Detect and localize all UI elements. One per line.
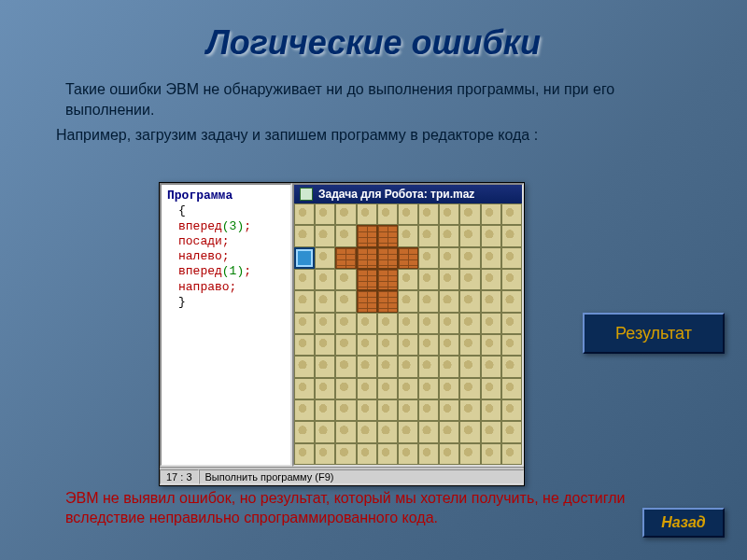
grid-cell bbox=[439, 356, 459, 377]
grid-cell bbox=[501, 313, 522, 334]
code-editor[interactable]: Программа { вперед(3); посади; налево; в… bbox=[160, 183, 292, 467]
grid-cell bbox=[481, 313, 501, 334]
grid-cell bbox=[501, 290, 522, 312]
grid-cell bbox=[418, 269, 439, 290]
grid-cell bbox=[418, 334, 439, 356]
grid-cell bbox=[357, 203, 377, 225]
grid-cell bbox=[315, 399, 335, 421]
grid-cell bbox=[357, 443, 377, 465]
grid-cell bbox=[459, 334, 480, 356]
grid-cell bbox=[439, 225, 459, 246]
grid-cell bbox=[357, 247, 377, 269]
grid-cell bbox=[459, 290, 480, 312]
footer-text: ЭВМ не выявил ошибок, но результат, кото… bbox=[65, 489, 635, 528]
page-title: Логические ошибки bbox=[0, 0, 747, 72]
grid-cell bbox=[418, 203, 439, 225]
grid-cell bbox=[459, 313, 480, 334]
grid-cell bbox=[459, 356, 480, 377]
grid-cell bbox=[418, 443, 439, 465]
grid-cell bbox=[377, 443, 398, 465]
grid-cell bbox=[481, 247, 501, 269]
grid-cell bbox=[315, 290, 335, 312]
result-button[interactable]: Результат bbox=[583, 313, 725, 354]
grid-cell bbox=[418, 247, 439, 269]
grid-cell bbox=[418, 421, 439, 442]
grid-cell bbox=[439, 203, 459, 225]
grid-cell bbox=[418, 290, 439, 312]
grid-cell bbox=[294, 269, 315, 290]
grid-cell bbox=[439, 443, 459, 465]
grid-cell bbox=[335, 313, 356, 334]
grid-cell bbox=[398, 313, 418, 334]
grid-cell bbox=[377, 313, 398, 334]
grid-cell bbox=[377, 399, 398, 421]
semi-4: ; bbox=[244, 264, 251, 278]
brace-close: } bbox=[178, 295, 186, 309]
grid-cell bbox=[439, 334, 459, 356]
grid-cell bbox=[459, 399, 480, 421]
grid-cell bbox=[398, 378, 418, 399]
brace-open: { bbox=[178, 203, 186, 217]
robot-grid bbox=[294, 203, 522, 465]
robot-app-icon bbox=[300, 188, 313, 201]
robot-pane: Задача для Робота: три.maz bbox=[292, 183, 524, 467]
grid-cell bbox=[357, 290, 377, 312]
grid-cell bbox=[459, 247, 480, 269]
grid-cell bbox=[481, 269, 501, 290]
grid-cell bbox=[294, 203, 315, 225]
semi-3: ; bbox=[222, 249, 230, 263]
arg-2: (1) bbox=[222, 264, 244, 278]
grid-cell bbox=[459, 203, 480, 225]
grid-cell bbox=[398, 356, 418, 377]
grid-cell bbox=[501, 378, 522, 399]
grid-cell bbox=[481, 378, 501, 399]
app-window: Программа { вперед(3); посади; налево; в… bbox=[159, 182, 525, 486]
cmd-right: направо bbox=[178, 280, 230, 294]
grid-cell bbox=[294, 399, 315, 421]
grid-cell bbox=[439, 399, 459, 421]
status-hint: Выполнить программу (F9) bbox=[199, 469, 524, 484]
grid-cell bbox=[501, 269, 522, 290]
grid-cell bbox=[501, 443, 522, 465]
grid-cell bbox=[459, 443, 480, 465]
grid-cell bbox=[501, 399, 522, 421]
grid-cell bbox=[335, 290, 356, 312]
grid-cell bbox=[418, 225, 439, 246]
grid-cell bbox=[418, 356, 439, 377]
back-button[interactable]: Назад bbox=[642, 508, 725, 538]
grid-cell bbox=[481, 334, 501, 356]
grid-cell bbox=[501, 225, 522, 246]
code-header: Программа bbox=[167, 189, 233, 203]
grid-cell bbox=[459, 269, 480, 290]
grid-cell bbox=[335, 443, 356, 465]
grid-cell bbox=[481, 290, 501, 312]
grid-cell bbox=[377, 378, 398, 399]
app-body: Программа { вперед(3); посади; налево; в… bbox=[160, 183, 524, 467]
grid-cell bbox=[439, 247, 459, 269]
grid-cell bbox=[357, 399, 377, 421]
grid-cell bbox=[377, 203, 398, 225]
grid-cell bbox=[459, 421, 480, 442]
grid-cell bbox=[357, 421, 377, 442]
robot-titlebar: Задача для Робота: три.maz bbox=[294, 185, 522, 203]
grid-cell bbox=[315, 269, 335, 290]
grid-cell bbox=[294, 443, 315, 465]
grid-cell bbox=[418, 378, 439, 399]
grid-cell bbox=[459, 378, 480, 399]
semi-5: ; bbox=[230, 280, 237, 294]
grid-cell bbox=[459, 225, 480, 246]
grid-cell bbox=[439, 269, 459, 290]
grid-cell bbox=[357, 356, 377, 377]
grid-cell bbox=[501, 421, 522, 442]
grid-cell bbox=[398, 290, 418, 312]
grid-cell bbox=[335, 378, 356, 399]
grid-cell bbox=[377, 269, 398, 290]
grid-cell bbox=[439, 421, 459, 442]
grid-cell bbox=[501, 203, 522, 225]
arg-1: (3) bbox=[222, 219, 244, 233]
grid-cell bbox=[398, 443, 418, 465]
robot-title: Задача для Робота: три.maz bbox=[318, 188, 474, 201]
cmd-forward-1: вперед bbox=[178, 219, 222, 233]
grid-cell bbox=[357, 269, 377, 290]
grid-cell bbox=[294, 421, 315, 442]
